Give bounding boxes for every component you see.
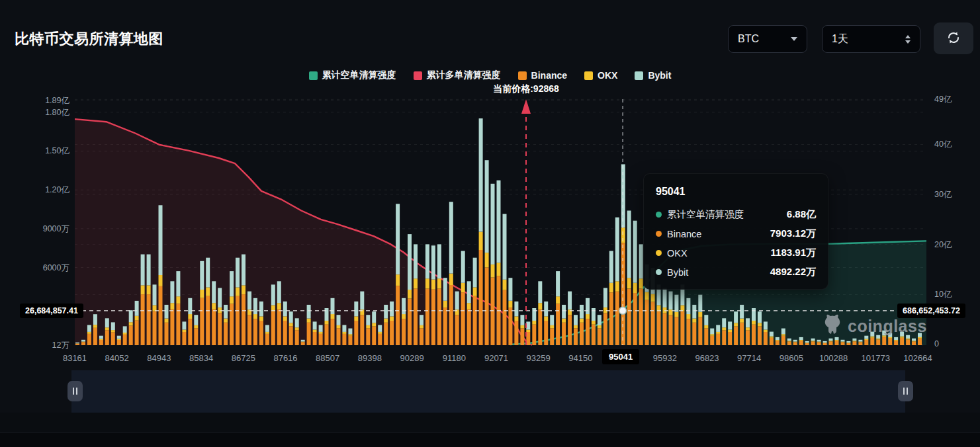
- tooltip-series-dot-icon: [656, 212, 662, 218]
- bar-bybit: [378, 325, 382, 332]
- bar-binance: [846, 343, 850, 345]
- bar-bybit: [734, 311, 738, 323]
- bar-binance: [888, 339, 892, 345]
- bar-okx: [811, 341, 815, 341]
- bar-bybit: [722, 318, 726, 327]
- bar-okx: [461, 283, 465, 292]
- bar-bybit: [770, 332, 774, 337]
- bar-okx: [467, 303, 471, 309]
- coinglass-wordmark: coinglass: [848, 317, 927, 336]
- bar-okx: [894, 340, 898, 341]
- bar-binance: [301, 342, 305, 345]
- bar-okx: [277, 303, 281, 309]
- chart-tooltip: 95041 累计空单清算强度6.88亿Binance7903.12万OKX118…: [643, 173, 828, 290]
- bar-binance: [829, 341, 833, 345]
- right-axis-tick: 30亿: [934, 189, 952, 200]
- bar-binance: [372, 326, 376, 345]
- bar-bybit: [360, 292, 364, 310]
- bar-bybit: [550, 315, 554, 325]
- bar-okx: [307, 319, 311, 323]
- bar-binance: [408, 299, 412, 346]
- bar-bybit: [793, 340, 797, 342]
- bar-bybit: [728, 321, 732, 329]
- bar-bybit: [580, 305, 584, 319]
- x-axis-label: 98605: [770, 353, 813, 363]
- bar-binance: [230, 304, 234, 345]
- tooltip-series-value: 7903.12万: [770, 227, 816, 240]
- bar-okx: [253, 314, 257, 319]
- bar-binance: [574, 328, 578, 345]
- bar-okx: [758, 323, 762, 326]
- bar-okx: [437, 278, 441, 288]
- bar-bybit: [283, 302, 287, 317]
- bar-bybit: [147, 255, 151, 286]
- bar-bybit: [633, 221, 637, 283]
- bar-binance: [823, 343, 827, 345]
- bar-bybit: [568, 292, 572, 310]
- bar-binance: [669, 315, 673, 345]
- bar-binance: [657, 311, 661, 345]
- bar-okx: [295, 327, 299, 330]
- bar-bybit: [526, 321, 530, 329]
- bar-okx: [242, 285, 245, 294]
- zoom-slider-track[interactable]: [71, 370, 905, 413]
- bar-binance: [609, 292, 613, 345]
- bar-binance: [491, 278, 495, 346]
- bar-okx: [752, 321, 756, 325]
- bar-binance: [141, 294, 145, 345]
- x-axis-label: 102664: [897, 353, 939, 363]
- bar-okx: [366, 325, 370, 329]
- bar-bybit: [461, 251, 465, 283]
- right-axis-tick: 0: [934, 339, 939, 348]
- zoom-slider-left-handle[interactable]: [67, 381, 83, 401]
- bar-binance: [165, 323, 169, 345]
- bar-okx: [200, 290, 204, 298]
- bar-bybit: [467, 281, 471, 303]
- bar-binance: [728, 332, 732, 345]
- bar-bybit: [141, 255, 145, 286]
- bar-bybit: [823, 341, 827, 343]
- bar-binance: [704, 328, 708, 345]
- bar-binance: [586, 319, 590, 345]
- x-axis-label: 88507: [306, 353, 349, 363]
- bar-binance: [698, 317, 702, 345]
- bar-binance: [787, 341, 791, 345]
- bar-okx: [319, 332, 323, 334]
- bar-bybit: [277, 281, 281, 303]
- coinglass-logo-icon: [823, 313, 842, 339]
- bar-bybit: [188, 298, 192, 314]
- bar-okx: [674, 312, 678, 317]
- bar-bybit: [242, 255, 245, 286]
- x-axis-label: 89398: [349, 353, 391, 363]
- bar-binance: [740, 323, 744, 345]
- bar-okx: [123, 333, 127, 335]
- bar-okx: [787, 341, 791, 341]
- bar-bybit: [497, 181, 501, 263]
- bar-binance: [87, 334, 91, 345]
- zoom-slider-right-handle[interactable]: [898, 381, 913, 401]
- bar-okx: [182, 330, 186, 333]
- tooltip-series-dot-icon: [656, 231, 662, 237]
- bar-binance: [93, 328, 97, 345]
- bar-bybit: [414, 244, 418, 278]
- bar-okx: [224, 319, 228, 323]
- bar-binance: [194, 328, 198, 345]
- bar-bybit: [396, 204, 400, 274]
- bar-bybit: [603, 288, 607, 307]
- bar-bybit: [325, 308, 329, 321]
- bar-bybit: [230, 271, 234, 296]
- x-axis-label: 92071: [475, 353, 517, 363]
- bar-binance: [532, 325, 536, 345]
- tooltip-series-name: OKX: [667, 248, 688, 259]
- bar-okx: [165, 319, 169, 323]
- bar-okx: [236, 288, 240, 296]
- current-price-arrow-icon: [521, 99, 531, 114]
- bar-binance: [781, 336, 785, 345]
- bar-bybit: [764, 321, 768, 329]
- bar-okx: [514, 316, 518, 321]
- bar-binance: [770, 338, 774, 345]
- bar-binance: [123, 335, 127, 345]
- bar-okx: [283, 316, 287, 321]
- x-axis-label: 97714: [728, 353, 770, 363]
- bar-binance: [870, 338, 874, 345]
